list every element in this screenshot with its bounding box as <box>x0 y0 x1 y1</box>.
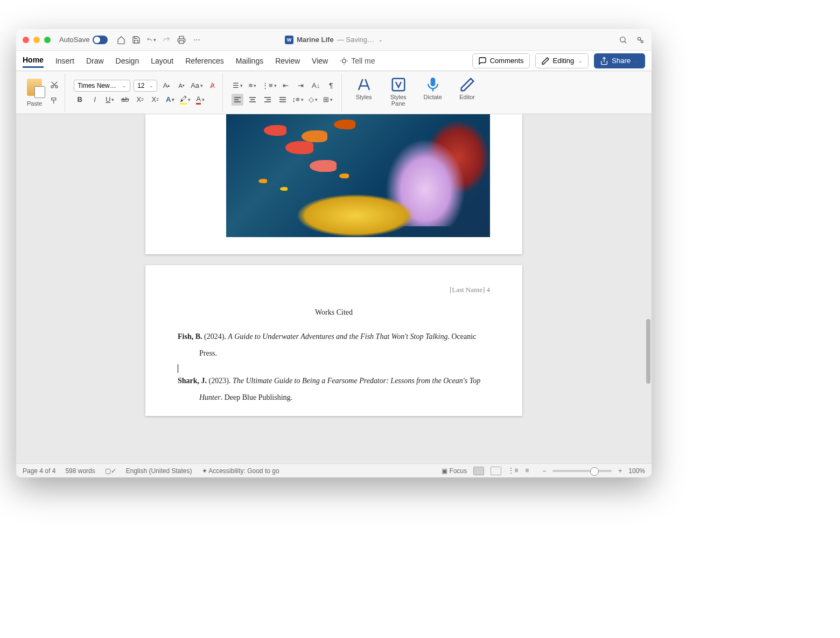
bold-button[interactable]: B <box>74 94 86 106</box>
focus-mode[interactable]: ▣ Focus <box>442 467 467 475</box>
undo-icon[interactable]: ▾ <box>146 35 156 45</box>
font-color-icon[interactable]: A▾ <box>194 94 206 106</box>
app-window: AutoSave ▾ ··· W Marine Life — Saving… ⌄… <box>16 29 652 477</box>
zoom-slider[interactable] <box>552 470 612 472</box>
doc-status: — Saving… <box>337 36 374 44</box>
font-group: Times New…⌄ 12⌄ A▴ A▾ Aa▾ A̷ B I U▾ ab X… <box>69 73 223 112</box>
styles-button[interactable]: Styles <box>351 77 377 100</box>
word-count[interactable]: 598 words <box>65 467 95 475</box>
decrease-indent-icon[interactable]: ⇤ <box>280 80 292 92</box>
tab-insert[interactable]: Insert <box>55 54 74 67</box>
tab-view[interactable]: View <box>312 54 328 67</box>
font-size-select[interactable]: 12⌄ <box>134 80 157 92</box>
svg-point-3 <box>342 59 346 63</box>
autosave-toggle[interactable] <box>93 36 108 44</box>
outline-view[interactable]: ⋮≡ <box>508 467 519 475</box>
increase-indent-icon[interactable]: ⇥ <box>295 80 307 92</box>
numbering-icon[interactable]: ≡▾ <box>247 80 258 92</box>
text-effects-icon[interactable]: A▾ <box>164 94 176 106</box>
autosave-text: AutoSave <box>59 36 89 44</box>
editor-button[interactable]: Editor <box>454 77 481 100</box>
document-title[interactable]: W Marine Life — Saving… ⌄ <box>285 36 383 44</box>
clipboard-group: Paste <box>23 73 65 112</box>
bullets-icon[interactable]: ☰▾ <box>232 80 243 92</box>
print-icon[interactable] <box>177 35 186 45</box>
styles-group: Styles Styles Pane Dictate Editor <box>346 73 485 112</box>
works-cited-title: Works Cited <box>178 308 490 317</box>
share-icon[interactable] <box>635 35 645 45</box>
chevron-down-icon: ⌄ <box>379 37 383 43</box>
word-icon: W <box>285 36 293 44</box>
tab-design[interactable]: Design <box>116 54 139 67</box>
borders-icon[interactable]: ⊞▾ <box>322 94 334 106</box>
close-button[interactable] <box>23 37 29 43</box>
svg-point-1 <box>638 37 640 40</box>
fullscreen-button[interactable] <box>44 37 51 43</box>
tab-home[interactable]: Home <box>23 53 44 68</box>
zoom-in[interactable]: + <box>618 467 622 475</box>
zoom-level[interactable]: 100% <box>628 467 645 475</box>
titlebar: AutoSave ▾ ··· W Marine Life — Saving… ⌄ <box>16 29 652 51</box>
save-icon[interactable] <box>131 35 141 45</box>
minimize-button[interactable] <box>33 37 40 43</box>
sort-icon[interactable]: A↓ <box>310 80 322 92</box>
shading-icon[interactable]: ◇▾ <box>307 94 319 106</box>
draft-view[interactable]: ≡ <box>525 467 536 475</box>
justify-icon[interactable] <box>277 94 289 106</box>
svg-rect-6 <box>392 78 404 91</box>
font-name-select[interactable]: Times New…⌄ <box>74 80 130 92</box>
multilevel-icon[interactable]: ⋮≡▾ <box>262 80 277 92</box>
change-case-icon[interactable]: Aa▾ <box>191 80 203 92</box>
tab-references[interactable]: References <box>185 54 224 67</box>
page-header: [Last Name] 4 <box>178 286 490 294</box>
align-center-icon[interactable] <box>247 94 258 106</box>
dictate-button[interactable]: Dictate <box>419 77 446 100</box>
search-icon[interactable] <box>618 35 628 45</box>
tab-draw[interactable]: Draw <box>86 54 104 67</box>
vertical-scrollbar[interactable] <box>646 319 650 384</box>
ribbon-tabs: Home Insert Draw Design Layout Reference… <box>16 51 652 71</box>
redo-icon[interactable] <box>162 35 171 45</box>
subscript-button[interactable]: X2 <box>134 94 146 106</box>
page-indicator[interactable]: Page 4 of 4 <box>23 467 55 475</box>
tab-review[interactable]: Review <box>275 54 300 67</box>
tell-me[interactable]: Tell me <box>340 57 375 65</box>
language-indicator[interactable]: English (United States) <box>126 467 192 475</box>
text-cursor <box>178 364 490 373</box>
italic-button[interactable]: I <box>89 94 101 106</box>
align-left-icon[interactable] <box>232 94 243 106</box>
paste-button[interactable]: Paste <box>27 79 42 107</box>
spellcheck-icon[interactable]: ▢✓ <box>105 467 116 475</box>
line-spacing-icon[interactable]: ↕≡▾ <box>292 94 304 106</box>
tab-mailings[interactable]: Mailings <box>236 54 263 67</box>
pilcrow-icon[interactable]: ¶ <box>325 80 337 92</box>
accessibility-indicator[interactable]: ✦ Accessibility: Good to go <box>202 467 279 475</box>
decrease-font-icon[interactable]: A▾ <box>176 80 187 92</box>
web-layout-view[interactable] <box>491 467 501 475</box>
underline-button[interactable]: U▾ <box>104 94 116 106</box>
document-canvas[interactable]: [Last Name] 4 Works Cited Fish, B. (2024… <box>16 114 652 463</box>
paragraph-group: ☰▾ ≡▾ ⋮≡▾ ⇤ ⇥ A↓ ¶ ↕≡▾ ◇▾ ⊞▾ <box>227 73 342 112</box>
coral-reef-image[interactable] <box>226 114 490 237</box>
home-icon[interactable] <box>116 35 126 45</box>
clear-format-icon[interactable]: A̷ <box>206 80 218 92</box>
cut-icon[interactable] <box>48 79 60 91</box>
highlight-icon[interactable]: 🖍▾ <box>179 94 191 106</box>
editing-button[interactable]: Editing⌄ <box>535 53 589 68</box>
tab-layout[interactable]: Layout <box>151 54 173 67</box>
superscript-button[interactable]: X2 <box>149 94 161 106</box>
strikethrough-button[interactable]: ab <box>119 94 131 106</box>
more-icon[interactable]: ··· <box>192 35 201 45</box>
share-button[interactable]: Share⌄ <box>594 53 645 68</box>
svg-rect-7 <box>431 78 435 86</box>
svg-point-0 <box>620 37 625 41</box>
increase-font-icon[interactable]: A▴ <box>160 80 172 92</box>
comments-button[interactable]: Comments <box>472 53 530 68</box>
ribbon: Paste Times New…⌄ 12⌄ A▴ A▾ Aa▾ A̷ B I U… <box>16 71 652 114</box>
zoom-out[interactable]: − <box>542 467 546 475</box>
print-layout-view[interactable] <box>473 467 484 475</box>
format-painter-icon[interactable] <box>48 95 60 107</box>
styles-pane-button[interactable]: Styles Pane <box>385 77 412 107</box>
autosave-label: AutoSave <box>59 36 108 44</box>
align-right-icon[interactable] <box>262 94 274 106</box>
